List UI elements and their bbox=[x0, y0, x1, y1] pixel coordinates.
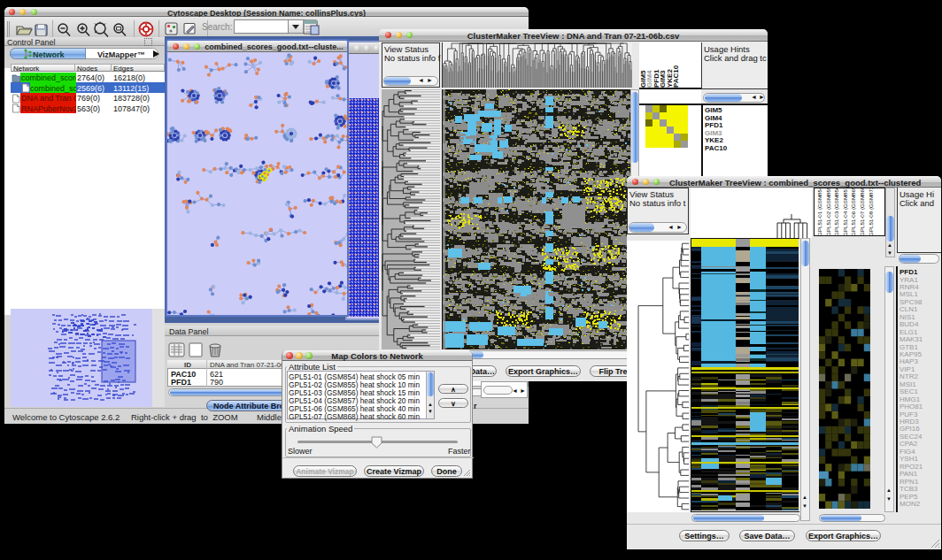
svg-text:GPL51-07 (GSM868): GPL51-07 (GSM868) bbox=[859, 188, 865, 236]
svg-text:PAC10: PAC10 bbox=[672, 65, 680, 88]
svg-text:GPL51-04 (GSM857): GPL51-04 (GSM857) bbox=[842, 188, 848, 236]
svg-text:GPL51-08 (GSM872): GPL51-08 (GSM872) bbox=[868, 188, 874, 236]
svg-text:GPL51-06 (GSM865): GPL51-06 (GSM865) bbox=[850, 188, 856, 236]
svg-text:GPL51-01 (GSM854): GPL51-01 (GSM854) bbox=[816, 188, 822, 236]
svg-text:GPL51-03 (GSM856): GPL51-03 (GSM856) bbox=[833, 188, 839, 236]
svg-text:GPL51-02 (GSM855): GPL51-02 (GSM855) bbox=[825, 188, 831, 236]
